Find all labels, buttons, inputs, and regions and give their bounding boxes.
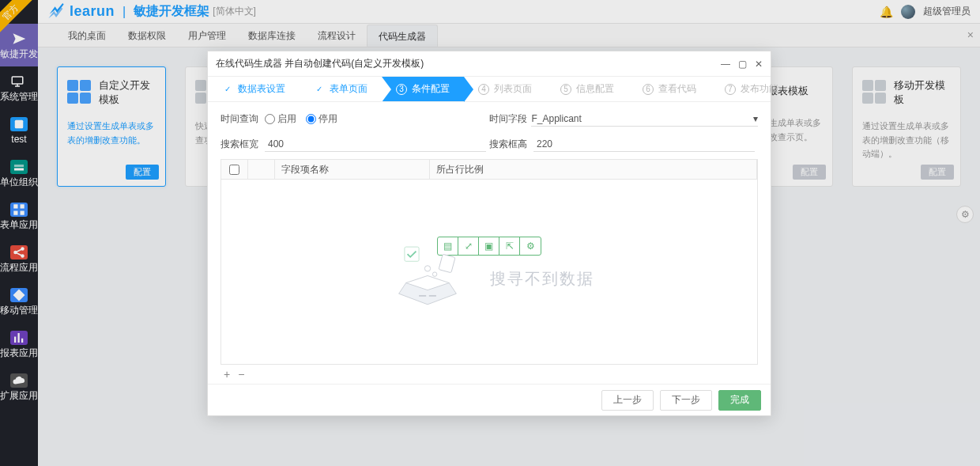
grid-col-spacer: [248, 160, 275, 179]
wizard-step-1[interactable]: ✓表单页面: [300, 77, 382, 101]
search-height-label: 搜索框高: [489, 138, 533, 151]
radio-disable[interactable]: 停用: [306, 112, 337, 126]
modal-title-text: 在线代码生成器 并自动创建代码(自定义开发模板): [216, 57, 424, 70]
time-field-label: 时间字段: [489, 112, 531, 126]
step-number: ✓: [222, 84, 233, 95]
wizard-step-6[interactable]: 7发布功能: [710, 77, 793, 101]
minimize-icon[interactable]: —: [721, 59, 730, 70]
search-height-input[interactable]: [533, 136, 755, 152]
select-all-checkbox[interactable]: [229, 165, 239, 175]
step-number: ✓: [314, 84, 325, 95]
wizard-step-4[interactable]: 5信息配置: [546, 77, 628, 101]
search-width-label: 搜索框宽: [220, 138, 265, 151]
step-label: 表单页面: [330, 82, 368, 96]
svg-point-18: [432, 272, 436, 276]
step-label: 信息配置: [576, 82, 614, 96]
step-label: 数据表设置: [238, 82, 285, 96]
step-number: 7: [725, 84, 736, 95]
empty-illustration: [384, 240, 471, 319]
step-label: 列表页面: [494, 82, 532, 96]
time-field-select[interactable]: F_Applicant▾: [531, 111, 758, 127]
step-number: 6: [643, 84, 654, 95]
finish-button[interactable]: 完成: [718, 390, 761, 411]
modal-titlebar: 在线代码生成器 并自动创建代码(自定义开发模板) — ▢ ✕: [208, 51, 771, 77]
radio-enable[interactable]: 启用: [265, 112, 296, 126]
chevron-down-icon: ▾: [753, 113, 758, 124]
svg-rect-15: [405, 247, 419, 261]
wizard-step-2[interactable]: 3条件配置: [382, 77, 464, 101]
step-number: 3: [396, 84, 407, 95]
grid-col-name: 字段项名称: [275, 160, 430, 179]
grid-add-remove: + −: [220, 365, 758, 384]
modal-footer: 上一步 下一步 完成: [208, 384, 771, 415]
step-number: 4: [478, 84, 489, 95]
svg-rect-16: [439, 254, 455, 273]
next-button[interactable]: 下一步: [660, 390, 712, 411]
wizard-body: 时间查询 启用 停用 时间字段 F_Applicant▾ 搜索框宽 搜索框高: [208, 102, 771, 384]
time-query-label: 时间查询: [220, 112, 265, 126]
step-label: 发布功能: [741, 82, 778, 96]
grid-col-ratio: 所占行比例: [430, 160, 757, 179]
step-label: 查看代码: [658, 82, 696, 96]
wizard-steps: ✓数据表设置✓表单页面3条件配置4列表页面5信息配置6查看代码7发布功能: [208, 77, 771, 102]
empty-text: 搜寻不到数据: [490, 268, 594, 290]
codegen-modal: 在线代码生成器 并自动创建代码(自定义开发模板) — ▢ ✕ ✓数据表设置✓表单…: [207, 51, 771, 416]
grid-header: 字段项名称 所占行比例: [220, 159, 758, 180]
wizard-step-5[interactable]: 6查看代码: [628, 77, 710, 101]
wizard-step-3[interactable]: 4列表页面: [464, 77, 546, 101]
remove-row-button[interactable]: −: [238, 368, 244, 381]
search-width-input[interactable]: [265, 136, 486, 152]
svg-point-17: [424, 266, 430, 271]
close-icon[interactable]: ✕: [755, 59, 763, 70]
empty-state: 搜寻不到数据: [384, 240, 594, 319]
step-label: 条件配置: [412, 82, 450, 96]
maximize-icon[interactable]: ▢: [738, 59, 747, 70]
prev-button[interactable]: 上一步: [601, 390, 654, 411]
step-number: 5: [560, 84, 571, 95]
wizard-step-0[interactable]: ✓数据表设置: [208, 77, 300, 101]
add-row-button[interactable]: +: [224, 368, 230, 381]
grid-body: ▤ ⤢ ▣ ⇱ ⚙: [220, 180, 758, 365]
